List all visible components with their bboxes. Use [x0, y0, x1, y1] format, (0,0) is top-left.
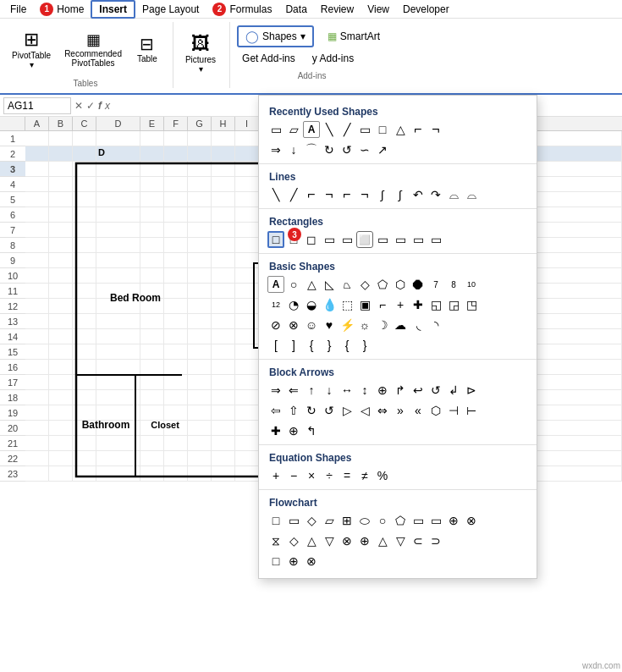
cell-row8-col5[interactable]: [164, 238, 188, 252]
basic-shape-corner[interactable]: ⌐: [374, 296, 391, 313]
cell-G2[interactable]: [188, 146, 212, 161]
flow-manual[interactable]: ⊕: [285, 553, 302, 570]
menu-pagelayout[interactable]: Page Layout: [135, 2, 206, 17]
row-header-1[interactable]: 1: [0, 131, 25, 146]
col-header-B[interactable]: B: [49, 117, 73, 130]
cell-B1[interactable]: [49, 131, 73, 146]
cell-row4-col5[interactable]: [164, 177, 188, 191]
rectangle-shape-1[interactable]: □ 3: [267, 231, 284, 248]
cell-row5-col5[interactable]: [164, 192, 188, 207]
cell-row22-col4[interactable]: [140, 451, 164, 465]
basic-shape-lightning[interactable]: ⚡: [339, 317, 355, 333]
row-header-23[interactable]: 23: [0, 466, 25, 482]
arrow-strip1[interactable]: ⊳: [463, 382, 480, 399]
cell-row3-col3[interactable]: [96, 162, 140, 176]
cell-row19-col0[interactable]: [25, 405, 49, 420]
rectangle-shape-7[interactable]: ▭: [374, 231, 391, 248]
cell-row12-col2[interactable]: [73, 299, 96, 313]
cell-row20-col6[interactable]: [188, 421, 212, 435]
cell-row17-col1[interactable]: [49, 375, 73, 389]
cell-row15-col5[interactable]: [164, 344, 188, 359]
shape-rect2[interactable]: ▭: [356, 121, 373, 138]
cell-row13-col4[interactable]: [140, 314, 164, 328]
cell-row20-col2[interactable]: [73, 421, 96, 435]
arrow-pentagon[interactable]: ⬡: [427, 402, 444, 419]
cell-row9-col0[interactable]: [25, 253, 49, 267]
cell-row4-col7[interactable]: [212, 177, 235, 191]
rectangle-shape-4[interactable]: ▭: [321, 231, 338, 248]
basic-shape-sun[interactable]: ☼: [356, 317, 373, 333]
arrow-upright[interactable]: ↱: [392, 382, 409, 399]
line-shape-3[interactable]: ⌐: [303, 186, 320, 203]
eq-eq[interactable]: =: [339, 467, 355, 484]
cell-row17-col4[interactable]: [140, 375, 164, 389]
cell-row19-col4[interactable]: [140, 405, 164, 420]
flow-extract[interactable]: △: [303, 532, 320, 549]
cell-row20-col7[interactable]: [212, 421, 235, 435]
cell-row16-col1[interactable]: [49, 360, 73, 374]
shape-corner1[interactable]: ⌐: [410, 121, 427, 138]
flow-sort[interactable]: ◇: [285, 532, 302, 549]
cell-row7-col1[interactable]: [49, 223, 73, 237]
cell-row21-col7[interactable]: [212, 436, 235, 450]
cell-row17-col0[interactable]: [25, 375, 49, 389]
cell-row21-col0[interactable]: [25, 436, 49, 450]
menu-developer[interactable]: Developer: [396, 2, 456, 17]
basic-shape-plus[interactable]: +: [392, 296, 409, 313]
flow-diskstor[interactable]: ⊂: [410, 532, 427, 549]
flow-stordata[interactable]: ⊗: [339, 532, 355, 549]
cell-row23-col7[interactable]: [212, 466, 235, 481]
cell-row23-col6[interactable]: [188, 466, 212, 481]
shape-wave[interactable]: ∽: [356, 141, 373, 158]
cell-row19-col5[interactable]: [164, 405, 188, 420]
arrow-stripe[interactable]: ⊣: [445, 402, 462, 419]
cell-row23-col5[interactable]: [164, 466, 188, 481]
arrow-rcirc[interactable]: ↺: [321, 402, 338, 419]
basic-shape-chord[interactable]: ◒: [303, 296, 320, 313]
cell-row10-col0[interactable]: [25, 268, 49, 283]
arrow-right-block[interactable]: ⇒: [267, 382, 284, 399]
cell-row17-col7[interactable]: [212, 375, 235, 389]
flow-process[interactable]: □: [267, 512, 284, 529]
eq-plus[interactable]: +: [267, 467, 284, 484]
cell-F2[interactable]: [164, 146, 188, 161]
row-header-12[interactable]: 12: [0, 299, 25, 314]
arrow-chevron[interactable]: »: [392, 402, 409, 419]
col-header-A[interactable]: A: [25, 117, 49, 130]
cell-row22-col2[interactable]: [73, 451, 96, 465]
shape-line1[interactable]: ╲: [321, 121, 338, 138]
cell-row10-col1[interactable]: [49, 268, 73, 283]
cell-row3-col0[interactable]: [25, 162, 49, 176]
arrow-plus[interactable]: ✚: [267, 422, 284, 439]
row-header-14[interactable]: 14: [0, 329, 25, 344]
cell-H2[interactable]: [212, 146, 235, 161]
shape-corner2[interactable]: ¬: [427, 121, 444, 138]
cell-row23-col0[interactable]: [25, 466, 49, 481]
basic-shape-bracket2[interactable]: ]: [285, 337, 302, 354]
cell-row22-col1[interactable]: [49, 451, 73, 465]
col-header-E[interactable]: E: [140, 117, 164, 130]
cell-row23-col1[interactable]: [49, 466, 73, 481]
cell-row14-col5[interactable]: [164, 329, 188, 344]
cell-row19-col2[interactable]: [73, 405, 96, 420]
cell-row11-col0[interactable]: [25, 284, 49, 298]
cell-row9-col4[interactable]: [140, 253, 164, 267]
cell-row5-col3[interactable]: [96, 192, 140, 207]
cell-row7-col5[interactable]: [164, 223, 188, 237]
cell-row9-col6[interactable]: [188, 253, 212, 267]
cell-row9-col2[interactable]: [73, 253, 96, 267]
cell-row12-col6[interactable]: [188, 299, 212, 313]
cell-row10-col6[interactable]: [188, 268, 212, 283]
line-shape-4[interactable]: ¬: [321, 186, 338, 203]
cell-row11-col1[interactable]: [49, 284, 73, 298]
cell-row7-col7[interactable]: [212, 223, 235, 237]
basic-shape-hex[interactable]: ⬡: [392, 276, 409, 293]
line-shape-1[interactable]: ╲: [267, 186, 284, 203]
cell-row13-col1[interactable]: [49, 314, 73, 328]
cell-row10-col5[interactable]: [164, 268, 188, 283]
row-header-11[interactable]: 11: [0, 284, 25, 299]
row-header-16[interactable]: 16: [0, 360, 25, 375]
cell-G1[interactable]: [188, 131, 212, 146]
cell-row18-col1[interactable]: [49, 390, 73, 405]
basic-shape-pie[interactable]: ◔: [285, 296, 302, 313]
